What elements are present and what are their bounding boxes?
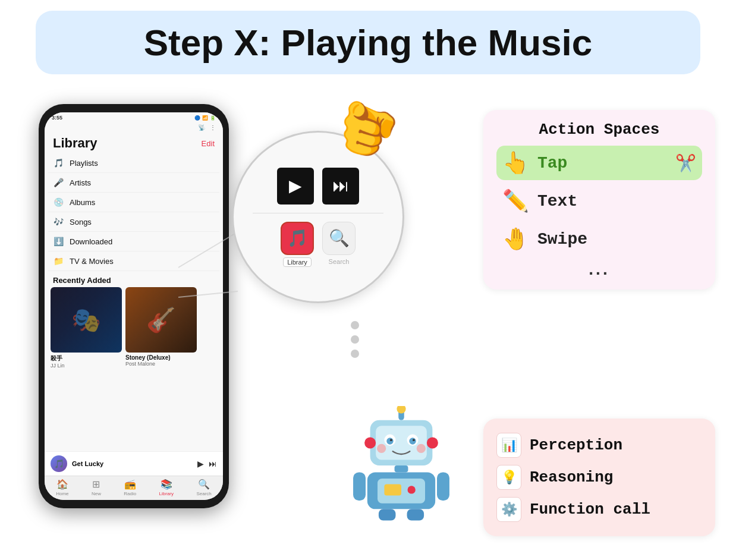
library-item-playlists[interactable]: 🎵 Playlists: [48, 153, 219, 173]
text-label: Text: [537, 192, 577, 210]
lightbulb-icon: ✂️: [675, 153, 696, 173]
svg-point-9: [409, 438, 416, 444]
zoom-play-icon: ▶: [289, 176, 302, 196]
nav-home[interactable]: 🏠 Home: [56, 479, 68, 496]
album-grid: 🎭 殺手 JJ Lin 🎸 Stoney (Deluxe) Post Malon…: [45, 287, 223, 369]
svg-rect-22: [437, 472, 449, 501]
tv-movies-label: TV & Movies: [70, 257, 114, 266]
playlists-label: Playlists: [70, 159, 98, 168]
album-card-1[interactable]: 🎭 殺手 JJ Lin: [51, 287, 122, 369]
reasoning-icon: 💡: [496, 465, 521, 490]
capabilities-panel: 📊 Perception 💡 Reasoning ⚙️ Function cal…: [483, 419, 715, 536]
action-swipe-row: 🤚 Swipe: [496, 222, 702, 256]
action-text-row: ✏️ Text: [496, 184, 702, 218]
zoom-library-icon: 🎵: [281, 222, 314, 255]
now-playing-bar: 🎵 Get Lucky ▶ ⏭: [45, 451, 223, 476]
svg-point-10: [390, 439, 392, 441]
connector-dots: [351, 321, 359, 358]
swipe-emoji: 🤚: [502, 226, 529, 251]
svg-point-11: [413, 439, 415, 441]
status-bar: 3:55 🔵📶🔋: [45, 112, 223, 123]
tap-emoji: 👆: [502, 150, 529, 175]
now-playing-avatar: 🎵: [51, 455, 67, 472]
playlists-icon: 🎵: [53, 158, 64, 168]
svg-point-20: [407, 486, 415, 493]
cap-reasoning-row: 💡 Reasoning: [496, 461, 702, 493]
nav-radio[interactable]: 📻 Radio: [124, 479, 136, 496]
album-art-1: 🎭: [51, 287, 122, 353]
library-list: 🎵 Playlists 🎤 Artists 💿 Albums 🎶 Songs ⬇…: [45, 153, 223, 271]
zoom-library-item[interactable]: 🎵 Library: [281, 222, 314, 267]
svg-point-8: [386, 438, 393, 444]
zoom-bottom-items: 🎵 Library 🔍 Search: [281, 222, 356, 267]
songs-icon: 🎶: [53, 216, 64, 227]
zoom-search-item[interactable]: 🔍 Search: [322, 222, 356, 266]
menu-icon: ⋮: [210, 124, 216, 131]
now-playing-title: Get Lucky: [72, 460, 193, 467]
cast-icon: 📡: [198, 124, 205, 131]
search-nav-icon: 🔍: [198, 479, 210, 490]
album-artist-1: JJ Lin: [51, 363, 122, 369]
zoom-skip-icon: ⏭: [332, 176, 349, 196]
zoom-search-icon: 🔍: [322, 222, 356, 255]
nav-search-label: Search: [196, 491, 211, 496]
perception-icon: 📊: [496, 433, 521, 458]
album-title-1: 殺手: [51, 354, 122, 363]
albums-icon: 💿: [53, 197, 64, 207]
library-item-downloaded[interactable]: ⬇️ Downloaded: [48, 232, 219, 251]
function-icon: ⚙️: [496, 497, 521, 522]
library-item-artists[interactable]: 🎤 Artists: [48, 173, 219, 193]
zoom-skip-btn[interactable]: ⏭: [322, 168, 359, 205]
svg-point-12: [377, 444, 386, 453]
connector-dot-3: [351, 350, 359, 358]
library-item-tv-movies[interactable]: 📁 TV & Movies: [48, 251, 219, 271]
svg-point-14: [364, 437, 376, 448]
zoom-divider: [253, 213, 383, 213]
connector-dot-1: [351, 321, 359, 329]
nav-new-label: New: [92, 491, 101, 496]
tap-label: Tap: [537, 154, 567, 172]
album-art-2: 🎸: [125, 287, 197, 353]
tv-movies-icon: 📁: [53, 256, 64, 266]
perception-label: Perception: [530, 436, 622, 454]
nav-home-label: Home: [56, 491, 68, 496]
swipe-label: Swipe: [537, 230, 587, 248]
action-spaces-panel: Action Spaces 👆 Tap ✂️ ✏️ Text 🤚 Swipe .…: [483, 110, 715, 290]
phone-icons-row: 📡 ⋮: [45, 123, 223, 132]
connector-dot-2: [351, 335, 359, 344]
library-title: Library: [53, 136, 97, 151]
zoom-play-btn[interactable]: ▶: [277, 168, 314, 205]
status-icons: 🔵📶🔋: [194, 115, 216, 121]
artists-label: Artists: [70, 178, 91, 187]
action-spaces-title: Action Spaces: [496, 121, 702, 139]
library-header: Library Edit: [45, 132, 223, 153]
page-title: Step X: Playing the Music: [54, 21, 682, 64]
svg-rect-21: [353, 472, 366, 501]
nav-library[interactable]: 📚 Library: [159, 479, 174, 496]
phone-mockup: 3:55 🔵📶🔋 📡 ⋮ Library Edit 🎵 Playlists: [39, 104, 229, 508]
nav-search[interactable]: 🔍 Search: [196, 479, 211, 496]
svg-point-13: [417, 444, 426, 453]
nav-library-label: Library: [159, 491, 174, 496]
action-tap-row: 👆 Tap ✂️: [496, 146, 702, 180]
cap-function-row: ⚙️ Function call: [496, 493, 702, 526]
play-button[interactable]: ▶: [197, 459, 204, 468]
radio-icon: 📻: [124, 479, 136, 490]
now-playing-controls[interactable]: ▶ ⏭: [197, 459, 217, 468]
svg-point-15: [427, 437, 438, 448]
next-button[interactable]: ⏭: [209, 459, 217, 468]
downloaded-icon: ⬇️: [53, 236, 64, 247]
nav-new[interactable]: ⊞ New: [92, 479, 101, 496]
zoom-circle: ▶ ⏭ 🎵 Library 🔍 Search: [232, 131, 404, 303]
zoom-top-controls: ▶ ⏭: [277, 168, 359, 205]
album-card-2[interactable]: 🎸 Stoney (Deluxe) Post Malone: [125, 287, 197, 369]
album-artist-2: Post Malone: [125, 361, 197, 367]
action-dots: ...: [496, 260, 702, 279]
edit-button[interactable]: Edit: [202, 139, 215, 148]
album-title-2: Stoney (Deluxe): [125, 354, 197, 361]
svg-rect-23: [379, 509, 396, 520]
svg-rect-19: [384, 484, 401, 495]
library-item-albums[interactable]: 💿 Albums: [48, 193, 219, 212]
zoom-library-label: Library: [283, 257, 312, 267]
library-item-songs[interactable]: 🎶 Songs: [48, 212, 219, 232]
